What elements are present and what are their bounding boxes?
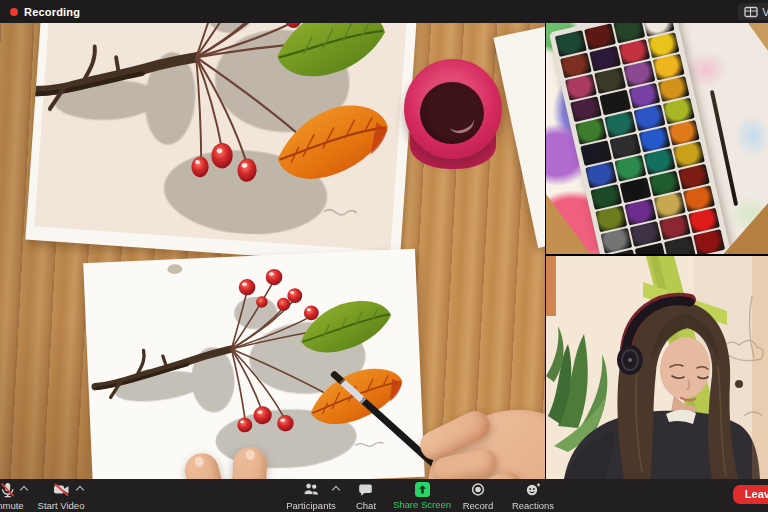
record-button[interactable]: Record: [456, 482, 500, 511]
participants-label: Participants: [286, 500, 336, 511]
reactions-smiley-icon: [525, 482, 542, 498]
top-bar: Recording View: [0, 0, 768, 23]
participant-scene: [546, 256, 768, 479]
recording-indicator: Recording: [10, 0, 80, 23]
water-cup: [404, 59, 502, 173]
share-screen-icon: [415, 482, 430, 497]
leave-button[interactable]: Leave: [733, 485, 768, 504]
view-label: View: [762, 6, 768, 18]
paint-pan: [693, 230, 725, 254]
start-video-label: Start Video: [38, 500, 85, 511]
chat-label: Chat: [356, 500, 376, 511]
main-video-tile[interactable]: [0, 23, 545, 479]
reactions-button[interactable]: Reactions: [508, 482, 558, 511]
video-tile-participant-cam[interactable]: [546, 256, 768, 479]
zoom-window: Recording View: [0, 0, 768, 512]
gallery-view-icon: [744, 4, 758, 20]
reference-painting-paper: [25, 23, 419, 266]
microphone-muted-icon: [0, 482, 16, 498]
reactions-label: Reactions: [512, 500, 554, 511]
fingernail: [194, 456, 205, 468]
video-off-icon: [53, 482, 70, 498]
start-video-button[interactable]: Start Video: [38, 482, 84, 511]
video-tile-palette-cam[interactable]: [546, 23, 768, 254]
chat-icon: [358, 482, 374, 498]
record-icon: [470, 482, 486, 498]
share-screen-label: Share Screen: [393, 499, 451, 510]
unmute-label: Unmute: [0, 500, 24, 511]
view-button[interactable]: View: [738, 3, 768, 20]
chat-button[interactable]: Chat: [348, 482, 384, 511]
paint-pan: [555, 30, 587, 56]
recording-dot-icon: [10, 8, 18, 16]
record-label: Record: [463, 500, 494, 511]
participants-button[interactable]: Participants: [282, 482, 340, 511]
meeting-toolbar: Unmute Start Video Participants: [0, 479, 768, 512]
work-in-progress-paper: [83, 249, 425, 479]
participants-icon: [303, 482, 320, 498]
fingernail: [245, 450, 255, 461]
share-screen-button[interactable]: Share Screen: [392, 482, 452, 510]
work-in-progress-painting: [83, 249, 425, 479]
paint-pan: [584, 23, 616, 49]
reference-painting: [25, 23, 419, 266]
recording-label: Recording: [24, 6, 80, 18]
